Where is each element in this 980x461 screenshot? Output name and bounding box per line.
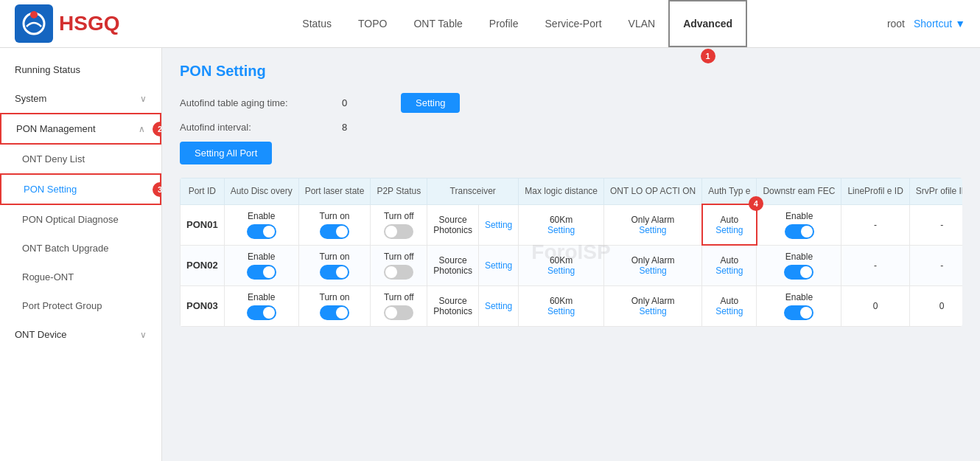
max-logic-cell: 60Km Setting — [519, 285, 604, 326]
ont-loop-cell: Only Alarm Setting — [603, 204, 701, 245]
port-laser-cell: Turn on — [298, 285, 371, 326]
sidebar-item-pon-optical-diagnose[interactable]: PON Optical Diagnose — [0, 205, 161, 234]
logo: HSGQ — [15, 4, 119, 43]
transceiver-cell: Source Photonics — [427, 204, 479, 245]
table-row: PON01 Enable Turn on — [181, 204, 963, 245]
port-laser-toggle-pon01[interactable] — [320, 224, 349, 239]
autofind-interval-label: Autofind interval: — [180, 122, 342, 133]
nav-ont-table[interactable]: ONT Table — [400, 0, 475, 47]
max-logic-setting-link-pon02[interactable]: Setting — [547, 266, 575, 276]
transceiver-setting-link-pon02[interactable]: Setting — [485, 260, 512, 271]
line-profile-cell: - — [841, 245, 909, 285]
autofind-aging-row: Autofind table aging time: 0 Setting — [180, 93, 962, 113]
col-p2p: P2P Status — [371, 178, 427, 205]
transceiver-setting-link-pon01[interactable]: Setting — [485, 220, 512, 230]
col-srv-profile: SrvPr ofile ID — [909, 178, 962, 205]
srv-profile-cell: - — [909, 204, 962, 245]
chevron-down-icon: ∨ — [140, 94, 147, 104]
auth-type-setting-link-pon01[interactable]: Setting — [715, 225, 743, 235]
nav-status[interactable]: Status — [289, 0, 345, 47]
ont-loop-setting-link-pon02[interactable]: Setting — [639, 266, 666, 276]
port-laser-toggle-pon02[interactable] — [320, 265, 349, 280]
transceiver-setting-cell: Setting — [478, 285, 518, 326]
auto-disc-cell: Enable — [224, 204, 298, 245]
col-port-id: Port ID — [181, 178, 225, 205]
nav-vlan[interactable]: VLAN — [615, 0, 669, 47]
auth-type-cell-pon01: Auto Setting 4 — [702, 204, 757, 245]
auth-type-setting-link-pon03[interactable]: Setting — [715, 306, 743, 316]
max-logic-setting-link-pon01[interactable]: Setting — [547, 225, 575, 235]
col-ont-loop: ONT LO OP ACTI ON — [603, 178, 701, 205]
sidebar: Running Status System ∨ PON Management ∧… — [0, 48, 162, 461]
port-laser-cell: Turn on — [298, 245, 371, 285]
col-transceiver: Transceiver — [427, 178, 519, 205]
main-nav: Status TOPO ONT Table Profile Service-Po… — [149, 0, 886, 47]
port-id-cell: PON02 — [181, 245, 225, 285]
max-logic-setting-link-pon03[interactable]: Setting — [547, 306, 575, 316]
logo-text: HSGQ — [59, 12, 119, 35]
srv-profile-cell: - — [909, 245, 962, 285]
sidebar-item-system[interactable]: System ∨ — [0, 84, 161, 113]
auto-disc-toggle-pon01[interactable] — [247, 224, 276, 239]
max-logic-cell: 60Km Setting — [519, 245, 604, 285]
nav-topo[interactable]: TOPO — [345, 0, 400, 47]
sidebar-item-port-protect-group[interactable]: Port Protect Group — [0, 291, 161, 320]
transceiver-setting-link-pon03[interactable]: Setting — [485, 301, 512, 311]
svg-point-2 — [30, 11, 38, 18]
autofind-interval-row: Autofind interval: 8 — [180, 122, 962, 133]
col-auto-disc: Auto Disc overy — [224, 178, 298, 205]
sidebar-item-ont-deny-list[interactable]: ONT Deny List — [0, 145, 161, 173]
downstream-toggle-pon02[interactable] — [784, 265, 813, 280]
user-label: root — [887, 18, 905, 30]
sidebar-item-ont-batch-upgrade[interactable]: ONT Batch Upgrade — [0, 234, 161, 263]
transceiver-cell: Source Photonics — [427, 285, 479, 326]
annotation-badge-3: 3 — [153, 182, 162, 197]
p2p-toggle-pon01[interactable] — [384, 224, 413, 239]
p2p-toggle-pon03[interactable] — [384, 305, 413, 320]
col-line-profile: LineProfil e ID — [841, 178, 909, 205]
nav-service-port[interactable]: Service-Port — [532, 0, 615, 47]
line-profile-cell: - — [841, 204, 909, 245]
auto-disc-toggle-pon02[interactable] — [247, 265, 276, 280]
sidebar-item-pon-setting[interactable]: PON Setting 3 — [0, 173, 161, 205]
pon-settings-table: Port ID Auto Disc overy Port laser state… — [180, 178, 962, 327]
ont-loop-cell: Only Alarm Setting — [603, 245, 701, 285]
setting-all-port-button[interactable]: Setting All Port — [180, 142, 272, 164]
nav-profile[interactable]: Profile — [476, 0, 532, 47]
col-port-laser: Port laser state — [298, 178, 371, 205]
layout: Running Status System ∨ PON Management ∧… — [0, 48, 980, 461]
ont-loop-setting-link-pon03[interactable]: Setting — [639, 306, 666, 316]
nav-advanced[interactable]: Advanced 1 — [668, 0, 747, 47]
annotation-badge-1: 1 — [701, 49, 715, 63]
chevron-down-icon: ∨ — [140, 330, 147, 340]
shortcut-button[interactable]: Shortcut ▼ — [914, 18, 965, 30]
auth-type-cell-pon03: Auto Setting — [702, 285, 757, 326]
page-title: PON Setting — [180, 63, 962, 80]
chevron-up-icon: ∧ — [139, 124, 145, 134]
port-laser-toggle-pon03[interactable] — [320, 305, 349, 320]
sidebar-item-ont-device[interactable]: ONT Device ∨ — [0, 320, 161, 349]
ont-loop-setting-link-pon01[interactable]: Setting — [639, 225, 666, 235]
downstream-toggle-pon03[interactable] — [784, 305, 813, 320]
auto-disc-toggle-pon03[interactable] — [247, 305, 276, 320]
pon-table: ForoISP Port ID Auto Disc overy Port las… — [180, 178, 962, 327]
auth-type-setting-link-pon02[interactable]: Setting — [715, 266, 743, 276]
col-max-logic: Max logic distance — [519, 178, 604, 205]
transceiver-setting-cell: Setting — [478, 204, 518, 245]
annotation-badge-2: 2 — [153, 122, 162, 136]
autofind-aging-value: 0 — [342, 97, 401, 108]
p2p-toggle-pon02[interactable] — [384, 265, 413, 280]
main-content: PON Setting Autofind table aging time: 0… — [162, 48, 980, 461]
downstream-fec-cell: Enable — [757, 245, 841, 285]
sidebar-item-pon-management[interactable]: PON Management ∧ 2 — [0, 113, 161, 145]
autofind-aging-label: Autofind table aging time: — [180, 97, 342, 108]
header-right: root Shortcut ▼ — [887, 18, 965, 30]
sidebar-item-running-status[interactable]: Running Status — [0, 55, 161, 84]
p2p-cell: Turn off — [371, 204, 427, 245]
table-row: PON02 Enable Turn on — [181, 245, 963, 285]
logo-icon — [15, 4, 53, 43]
line-profile-cell: 0 — [841, 285, 909, 326]
setting-button[interactable]: Setting — [401, 93, 460, 113]
downstream-toggle-pon01[interactable] — [785, 224, 814, 239]
sidebar-item-rogue-ont[interactable]: Rogue-ONT — [0, 263, 161, 291]
